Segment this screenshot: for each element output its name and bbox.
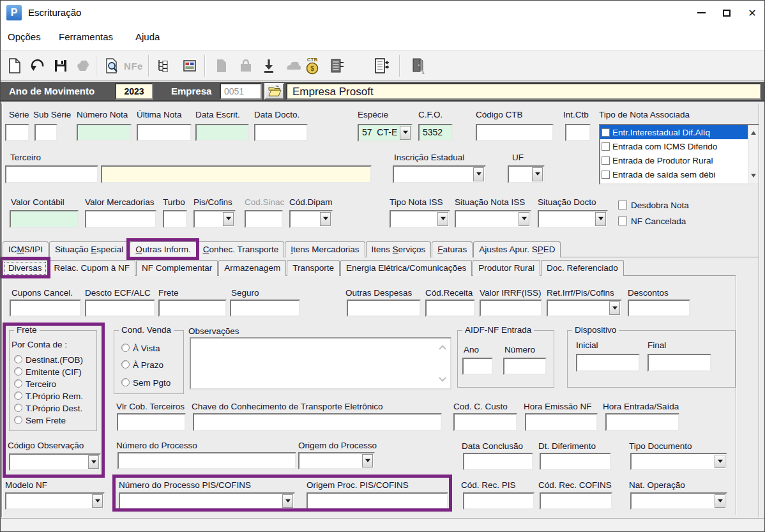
- dropdown-arrow-icon[interactable]: [715, 455, 725, 468]
- nat-operacao-combo[interactable]: [630, 492, 727, 510]
- tab-outras-inform[interactable]: Outras Inform.: [130, 241, 196, 257]
- dropdown-arrow-icon[interactable]: [595, 212, 606, 226]
- organizer-icon[interactable]: [180, 56, 199, 75]
- company-code-field[interactable]: 0051: [220, 83, 262, 100]
- tab-itens-mercadorias[interactable]: Itens Mercadorias: [285, 241, 365, 257]
- subtab-doc-referenciado[interactable]: Doc. Referenciado: [541, 260, 624, 276]
- subtab-nf-complementar[interactable]: NF Complementar: [136, 260, 218, 276]
- ret-irrf-combo[interactable]: [547, 300, 622, 317]
- data-docto-field[interactable]: [254, 124, 308, 141]
- tipo-documento-combo[interactable]: [630, 453, 727, 470]
- undo-icon[interactable]: [28, 56, 47, 75]
- cod-dipam-combo[interactable]: [289, 210, 333, 228]
- subtab-produtor-rural[interactable]: Produtor Rural: [473, 260, 540, 276]
- dropdown-arrow-icon[interactable]: [282, 494, 293, 508]
- codigo-observacao-combo[interactable]: [9, 453, 101, 471]
- vlr-cob-terceiros-field[interactable]: [117, 413, 186, 431]
- pis-cofins-combo[interactable]: [193, 210, 236, 228]
- list-item[interactable]: Entrada de Produtor Rural: [600, 153, 759, 167]
- exit-door-icon[interactable]: [409, 56, 428, 75]
- chave-cte-field[interactable]: [193, 413, 442, 431]
- sub-serie-field[interactable]: [34, 124, 57, 141]
- dropdown-arrow-icon[interactable]: [320, 212, 331, 226]
- dropdown-arrow-icon[interactable]: [362, 454, 373, 467]
- desdobra-nota-checkbox[interactable]: [618, 201, 627, 209]
- item-checkbox[interactable]: [602, 156, 610, 165]
- tab-icms-ipi[interactable]: ICMS/IPI: [3, 241, 49, 257]
- num-proc-piscofins-combo[interactable]: [119, 492, 295, 510]
- numero-nota-field[interactable]: [77, 124, 132, 141]
- tab-conhec-transporte[interactable]: Conhec. Transporte: [197, 241, 285, 257]
- ctb-coin-icon[interactable]: CTB $: [303, 56, 322, 75]
- company-name-field[interactable]: Empresa Prosoft: [286, 83, 761, 100]
- modelo-nf-combo[interactable]: [5, 492, 105, 510]
- valor-contabil-field[interactable]: [10, 210, 79, 228]
- scroll-down-icon[interactable]: [751, 174, 756, 180]
- situacao-nota-iss-combo[interactable]: [455, 210, 531, 228]
- dropdown-arrow-icon[interactable]: [223, 212, 234, 226]
- radio-terceiro[interactable]: [14, 379, 22, 388]
- item-checkbox[interactable]: [602, 142, 610, 151]
- subtab-energia-eletrica[interactable]: Energia Elétrica/Comunicações: [340, 260, 472, 276]
- codigo-ctb-field[interactable]: [476, 124, 554, 141]
- descontos-field[interactable]: [628, 300, 690, 317]
- new-document-icon[interactable]: [5, 56, 24, 75]
- serie-field[interactable]: [5, 124, 29, 141]
- hora-entrada-field[interactable]: [605, 413, 679, 431]
- memo-scroll-up-icon[interactable]: [439, 345, 446, 352]
- dispositivo-final-field[interactable]: [648, 354, 711, 372]
- subtab-relac-cupom[interactable]: Relac. Cupom à NF: [49, 260, 136, 276]
- ledger-icon[interactable]: [327, 56, 346, 75]
- dropdown-arrow-icon[interactable]: [92, 494, 103, 508]
- hora-emissao-field[interactable]: [525, 413, 598, 431]
- item-checkbox[interactable]: [602, 128, 610, 137]
- int-ctb-field[interactable]: [565, 124, 591, 141]
- list-item[interactable]: Entrada de saída sem débi: [600, 167, 759, 181]
- list-item[interactable]: Entrada com ICMS Diferido: [600, 139, 759, 153]
- outras-despesas-field[interactable]: [347, 300, 421, 317]
- menu-opcoes[interactable]: Opções: [8, 31, 41, 42]
- dropdown-arrow-icon[interactable]: [609, 301, 620, 315]
- year-field[interactable]: 2023: [115, 83, 153, 100]
- radio-a-prazo[interactable]: [121, 360, 130, 369]
- data-escrit-field[interactable]: [195, 124, 249, 141]
- minimize-button[interactable]: [688, 0, 714, 26]
- seguro-field[interactable]: [230, 300, 300, 317]
- dropdown-arrow-icon[interactable]: [437, 212, 448, 226]
- menu-ajuda[interactable]: Ajuda: [135, 31, 160, 42]
- uf-combo[interactable]: [508, 165, 545, 183]
- cod-rec-pis-field[interactable]: [463, 492, 534, 510]
- inscricao-estadual-combo[interactable]: [393, 165, 486, 183]
- print-preview-icon[interactable]: [102, 56, 121, 75]
- close-button[interactable]: ✕: [739, 0, 765, 26]
- report-list-icon[interactable]: [372, 56, 391, 75]
- tipo-nota-associada-list[interactable]: Entr.Interestadual Dif.Alíq Entrada com …: [599, 124, 760, 185]
- post-down-icon[interactable]: [259, 56, 278, 75]
- cod-rec-cofins-field[interactable]: [540, 492, 612, 510]
- cod-sinac-field[interactable]: [245, 210, 283, 228]
- aidf-ano-field[interactable]: [462, 358, 493, 375]
- frete-valor-field[interactable]: [158, 300, 227, 317]
- dropdown-arrow-icon[interactable]: [88, 455, 99, 469]
- cod-c-custo-field[interactable]: [453, 413, 517, 431]
- dt-diferimento-field[interactable]: [540, 453, 611, 470]
- save-icon[interactable]: [51, 56, 70, 75]
- tab-faturas[interactable]: Faturas: [432, 241, 473, 257]
- tab-situacao-especial[interactable]: Situação Especial: [49, 241, 129, 257]
- open-company-button[interactable]: [264, 83, 284, 100]
- turbo-field[interactable]: [163, 210, 187, 228]
- terceiro-name-field[interactable]: [101, 165, 372, 183]
- list-scrollbar[interactable]: [748, 125, 759, 183]
- situacao-docto-combo[interactable]: [538, 210, 608, 228]
- origem-processo-combo[interactable]: [298, 452, 375, 469]
- nf-cancelada-checkbox[interactable]: [618, 217, 627, 225]
- valor-mercadorias-field[interactable]: [85, 210, 156, 228]
- cod-receita-field[interactable]: [425, 300, 475, 317]
- tipo-nota-iss-combo[interactable]: [390, 210, 450, 228]
- radio-sem-pgto[interactable]: [121, 378, 130, 386]
- list-item[interactable]: Entr.Interestadual Dif.Alíq: [600, 125, 759, 139]
- cfo-field[interactable]: 5352: [418, 124, 453, 141]
- subtab-armazenagem[interactable]: Armazenagem: [218, 260, 286, 276]
- tree-view-icon[interactable]: [155, 56, 174, 75]
- especie-combo[interactable]: 57 CT-E: [358, 124, 413, 142]
